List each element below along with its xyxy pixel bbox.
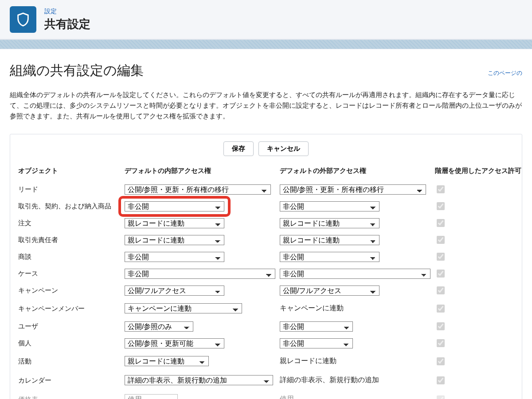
access-text: 親レコードに連動 bbox=[280, 355, 435, 368]
divider bbox=[0, 39, 532, 49]
access-select[interactable]: 非公開 bbox=[280, 252, 379, 262]
save-button[interactable]: 保存 bbox=[223, 141, 254, 156]
object-label: キャンペーン bbox=[18, 283, 125, 297]
access-select[interactable]: 公開/フルアクセス bbox=[280, 286, 379, 296]
access-select[interactable]: 公開/参照・更新・所有権の移行 bbox=[125, 184, 271, 195]
internal-cell: 非公開 bbox=[125, 267, 280, 281]
access-select[interactable]: 親レコードに連動 bbox=[125, 218, 224, 228]
access-select[interactable]: 非公開 bbox=[280, 338, 353, 348]
internal-cell: キャンペーンに連動 bbox=[125, 301, 280, 315]
hierarchy-cell bbox=[435, 373, 532, 387]
external-cell: 公開/参照・更新・所有権の移行 bbox=[280, 183, 435, 196]
object-label: 活動 bbox=[18, 354, 125, 368]
breadcrumb[interactable]: 設定 bbox=[44, 8, 90, 16]
hierarchy-cell bbox=[435, 233, 532, 247]
hierarchy-checkbox[interactable] bbox=[437, 395, 445, 399]
object-label: ケース bbox=[18, 266, 125, 281]
object-label: キャンペーンメンバー bbox=[18, 301, 125, 316]
access-select[interactable]: 親レコードに連動 bbox=[125, 235, 224, 245]
access-select[interactable]: 非公開 bbox=[125, 269, 275, 279]
access-select[interactable]: 使用 bbox=[125, 394, 178, 399]
internal-cell: 公開/フルアクセス bbox=[125, 284, 280, 297]
col-object: オブジェクト bbox=[18, 167, 125, 180]
access-select[interactable]: 詳細の非表示、新規行動の追加 bbox=[125, 375, 273, 385]
button-row: 保存 キャンセル bbox=[18, 141, 514, 156]
external-cell: 非公開 bbox=[280, 250, 435, 264]
hierarchy-checkbox[interactable] bbox=[437, 357, 445, 365]
hierarchy-checkbox[interactable] bbox=[437, 286, 445, 294]
object-label: ユーザ bbox=[18, 319, 125, 333]
external-cell: 非公開 bbox=[280, 320, 435, 333]
object-label: カレンダー bbox=[18, 373, 125, 387]
access-text: 詳細の非表示、新規行動の追加 bbox=[280, 374, 435, 387]
internal-cell: 非公開 bbox=[125, 200, 280, 213]
access-select[interactable]: 公開/参照のみ bbox=[125, 321, 193, 332]
hierarchy-cell bbox=[435, 266, 532, 281]
cancel-button[interactable]: キャンセル bbox=[258, 141, 309, 156]
hierarchy-cell bbox=[435, 216, 532, 230]
access-select[interactable]: 非公開 bbox=[125, 201, 224, 211]
hierarchy-checkbox[interactable] bbox=[437, 253, 445, 261]
hierarchy-checkbox[interactable] bbox=[437, 236, 445, 244]
external-cell: 非公開 bbox=[280, 336, 435, 350]
internal-cell: 使用 bbox=[125, 392, 280, 399]
hierarchy-cell bbox=[435, 336, 532, 350]
hierarchy-checkbox[interactable] bbox=[437, 219, 445, 227]
help-link[interactable]: このページの bbox=[488, 69, 522, 77]
header-titles: 設定 共有設定 bbox=[44, 8, 90, 32]
object-label: 注文 bbox=[18, 216, 125, 230]
access-select[interactable]: 非公開 bbox=[125, 252, 224, 262]
hierarchy-cell bbox=[435, 354, 532, 368]
object-label: 価格表 bbox=[18, 392, 125, 399]
hierarchy-checkbox[interactable] bbox=[437, 305, 445, 313]
hierarchy-cell bbox=[435, 250, 532, 264]
access-select[interactable]: 公開/参照・更新可能 bbox=[125, 338, 224, 348]
external-cell: 非公開 bbox=[280, 200, 435, 213]
object-label: 取引先、契約、および納入商品 bbox=[18, 199, 125, 213]
col-external: デフォルトの外部アクセス権 bbox=[280, 167, 435, 180]
col-hierarchy: 階層を使用したアクセス許可 bbox=[435, 167, 532, 180]
hierarchy-checkbox[interactable] bbox=[437, 376, 445, 384]
page-header-title: 共有設定 bbox=[44, 16, 90, 32]
external-cell: 親レコードに連動 bbox=[280, 353, 435, 369]
access-select[interactable]: 公開/参照・更新・所有権の移行 bbox=[280, 184, 426, 195]
internal-cell: 公開/参照のみ bbox=[125, 320, 280, 333]
internal-cell: 親レコードに連動 bbox=[125, 216, 280, 230]
access-select[interactable]: 親レコードに連動 bbox=[280, 218, 379, 228]
hierarchy-checkbox[interactable] bbox=[437, 270, 445, 278]
access-select[interactable]: 非公開 bbox=[280, 201, 379, 211]
access-select[interactable]: 非公開 bbox=[280, 321, 353, 332]
external-cell: 非公開 bbox=[280, 267, 435, 281]
access-text: キャンペーンに連動 bbox=[280, 302, 435, 315]
hierarchy-checkbox[interactable] bbox=[437, 185, 445, 193]
external-cell: 親レコードに連動 bbox=[280, 233, 435, 247]
object-label: 取引先責任者 bbox=[18, 233, 125, 247]
internal-cell: 詳細の非表示、新規行動の追加 bbox=[125, 373, 280, 387]
external-cell: 親レコードに連動 bbox=[280, 216, 435, 230]
hierarchy-checkbox[interactable] bbox=[437, 339, 445, 347]
hierarchy-cell bbox=[435, 392, 532, 399]
internal-cell: 公開/参照・更新・所有権の移行 bbox=[125, 183, 280, 196]
access-select[interactable]: 非公開 bbox=[280, 269, 430, 279]
intro-text: 組織全体のデフォルトの共有ルールを設定してください。これらのデフォルト値を変更す… bbox=[10, 90, 522, 121]
external-cell: 使用 bbox=[280, 391, 435, 399]
object-label: 商談 bbox=[18, 250, 125, 264]
internal-cell: 親レコードに連動 bbox=[125, 354, 280, 368]
access-select[interactable]: 親レコードに連動 bbox=[125, 356, 209, 366]
col-internal: デフォルトの内部アクセス権 bbox=[125, 167, 280, 180]
header-bar: 設定 共有設定 bbox=[0, 0, 532, 39]
external-cell: 詳細の非表示、新規行動の追加 bbox=[280, 372, 435, 388]
hierarchy-cell bbox=[435, 199, 532, 213]
shield-icon bbox=[10, 6, 36, 33]
hierarchy-checkbox[interactable] bbox=[437, 202, 445, 210]
settings-grid: オブジェクト デフォルトの内部アクセス権 デフォルトの外部アクセス権 階層を使用… bbox=[18, 167, 514, 399]
internal-cell: 親レコードに連動 bbox=[125, 233, 280, 247]
access-select[interactable]: 公開/フルアクセス bbox=[125, 286, 224, 296]
external-cell: キャンペーンに連動 bbox=[280, 300, 435, 317]
internal-cell: 非公開 bbox=[125, 250, 280, 264]
access-select[interactable]: キャンペーンに連動 bbox=[125, 303, 242, 313]
hierarchy-checkbox[interactable] bbox=[437, 322, 445, 330]
object-label: 個人 bbox=[18, 336, 125, 350]
access-select[interactable]: 親レコードに連動 bbox=[280, 235, 379, 245]
hierarchy-cell bbox=[435, 301, 532, 316]
